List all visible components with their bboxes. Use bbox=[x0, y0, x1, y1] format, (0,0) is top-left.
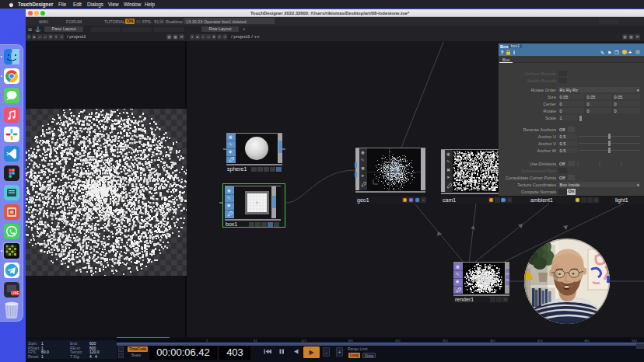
svg-text:LIVE: LIVE bbox=[11, 291, 19, 295]
